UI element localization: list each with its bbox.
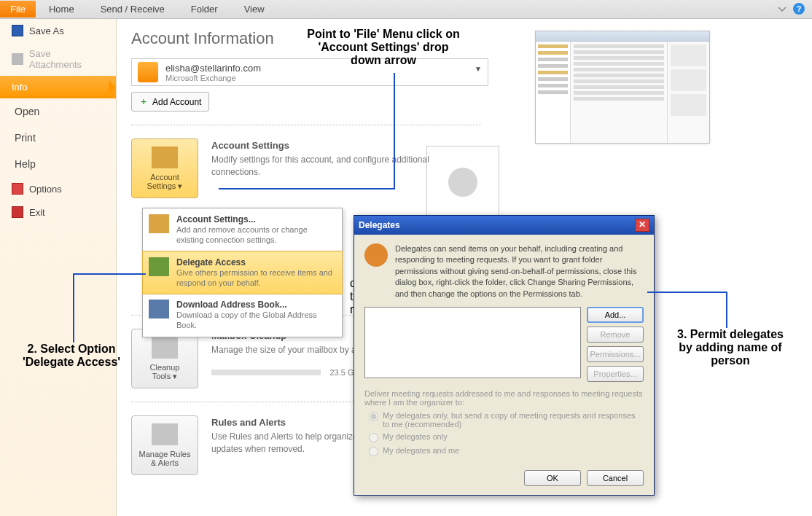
nav-info[interactable]: Info <box>0 76 116 98</box>
delegates-listbox[interactable] <box>364 307 581 378</box>
radio-1-label: My delegates only, but send a copy of me… <box>383 411 644 429</box>
radio-2-label: My delegates only <box>383 432 448 441</box>
radio-3 <box>369 447 378 456</box>
arrow-3v <box>726 292 727 328</box>
dialog-intro-text: Delegates can send items on your behalf,… <box>395 243 644 300</box>
ok-button[interactable]: OK <box>524 470 581 486</box>
dialog-titlebar[interactable]: Delegates ✕ <box>354 216 654 235</box>
account-type: Microsoft Exchange <box>165 74 261 82</box>
address-book-icon <box>149 300 169 318</box>
menu-download-ab-desc: Download a copy of the Global Address Bo… <box>176 310 335 331</box>
account-settings-dropdown: Account Settings... Add and remove accou… <box>142 208 343 337</box>
annotation-step3: 3. Permit delegates by adding name of pe… <box>665 328 796 367</box>
deliver-label: Deliver meeting requests addressed to me… <box>364 389 644 407</box>
menu-delegate-access-title: Delegate Access <box>176 257 335 267</box>
help-icon[interactable]: ? <box>793 3 805 15</box>
nav-exit[interactable]: Exit <box>0 200 116 224</box>
cancel-button[interactable]: Cancel <box>587 470 644 486</box>
menu-account-settings-desc: Add and remove accounts or change existi… <box>176 224 335 246</box>
dialog-title: Delegates <box>359 220 400 230</box>
avatar-placeholder <box>426 146 499 219</box>
cleanup-btn-l1: Cleanup <box>150 363 180 372</box>
manage-rules-button[interactable]: Manage Rules & Alerts <box>131 415 198 475</box>
nav-exit-label: Exit <box>29 207 45 218</box>
account-settings-btn-l1: Account <box>150 173 179 181</box>
tab-folder[interactable]: Folder <box>178 1 231 17</box>
account-email: elisha@stellarinfo.com <box>165 63 261 74</box>
radio-option-3: My delegates and me <box>364 446 644 456</box>
tab-file[interactable]: File <box>0 1 36 17</box>
properties-button: Properties... <box>587 366 644 382</box>
menu-account-settings-title: Account Settings... <box>176 214 335 224</box>
rules-btn-l2: & Alerts <box>151 458 179 467</box>
rules-btn-l1: Manage Rules <box>139 450 191 458</box>
cleanup-btn-l2: Tools ▾ <box>152 372 178 381</box>
radio-2 <box>369 433 378 442</box>
nav-options[interactable]: Options <box>0 177 116 200</box>
tab-view[interactable]: View <box>231 1 278 17</box>
radio-option-2: My delegates only <box>364 432 644 442</box>
delegates-dialog: Delegates ✕ Delegates can send items on … <box>354 215 655 496</box>
cleanup-tools-button[interactable]: Cleanup Tools ▾ <box>131 329 198 388</box>
exit-icon <box>12 206 23 218</box>
arrow-2h <box>73 273 146 275</box>
radio-3-label: My delegates and me <box>383 446 459 455</box>
ribbon: File Home Send / Receive Folder View ? <box>0 0 812 19</box>
nav-help[interactable]: Help <box>0 151 116 177</box>
nav-info-label: Info <box>12 82 28 93</box>
remove-delegate-button: Remove <box>587 327 644 343</box>
plus-icon: ＋ <box>139 95 148 108</box>
ribbon-minimize-icon[interactable] <box>777 4 787 14</box>
storage-bar <box>211 370 321 375</box>
tab-send-receive[interactable]: Send / Receive <box>87 1 178 17</box>
delegate-access-icon <box>149 257 169 276</box>
separator <box>131 125 481 125</box>
add-account-button[interactable]: ＋Add Account <box>131 92 209 112</box>
menu-download-ab-title: Download Address Book... <box>176 300 335 310</box>
menu-delegate-access-desc: Give others permission to receive items … <box>176 267 335 289</box>
save-icon <box>12 25 23 36</box>
delegate-user-icon <box>364 243 388 267</box>
nav-save-as-label: Save As <box>29 26 64 36</box>
nav-save-attachments-label: Save Attachments <box>29 48 104 70</box>
permissions-button: Permissions... <box>587 346 644 362</box>
menu-download-address-book[interactable]: Download Address Book... Download a copy… <box>143 294 342 337</box>
attachment-icon <box>12 53 23 65</box>
nav-open[interactable]: Open <box>0 98 116 125</box>
radio-1 <box>369 412 378 421</box>
annotation-step2: 2. Select Option 'Delegate Access' <box>9 343 133 369</box>
arrow-3h <box>647 292 727 293</box>
nav-save-attachments: Save Attachments <box>0 42 116 76</box>
nav-print[interactable]: Print <box>0 125 116 151</box>
nav-save-as[interactable]: Save As <box>0 19 116 42</box>
add-delegate-button[interactable]: Add... <box>587 307 644 323</box>
account-settings-button[interactable]: Account Settings ▾ <box>131 138 198 198</box>
menu-delegate-access[interactable]: Delegate Access Give others permission t… <box>142 251 343 295</box>
account-settings-menu-icon <box>149 214 169 233</box>
annotation-step1: Point to 'File' Menu click on 'Account S… <box>289 28 478 67</box>
cleanup-icon <box>152 337 178 359</box>
dialog-close-button[interactable]: ✕ <box>635 219 649 232</box>
options-icon <box>12 183 23 195</box>
radio-option-1: My delegates only, but send a copy of me… <box>364 411 644 429</box>
nav-options-label: Options <box>29 184 62 195</box>
account-settings-btn-l2: Settings ▾ <box>147 181 183 191</box>
rules-icon <box>152 423 178 445</box>
menu-account-settings[interactable]: Account Settings... Add and remove accou… <box>143 208 342 251</box>
add-account-label: Add Account <box>152 97 201 107</box>
account-icon <box>138 62 158 82</box>
backstage-nav: Save As Save Attachments Info Open Print… <box>0 19 117 516</box>
arrow-1v <box>394 73 395 189</box>
arrow-2v <box>73 273 74 343</box>
tab-home[interactable]: Home <box>36 1 87 17</box>
account-settings-icon <box>152 146 178 168</box>
person-icon <box>448 168 477 197</box>
arrow-1h <box>219 188 395 189</box>
preview-thumbnail <box>535 31 710 144</box>
